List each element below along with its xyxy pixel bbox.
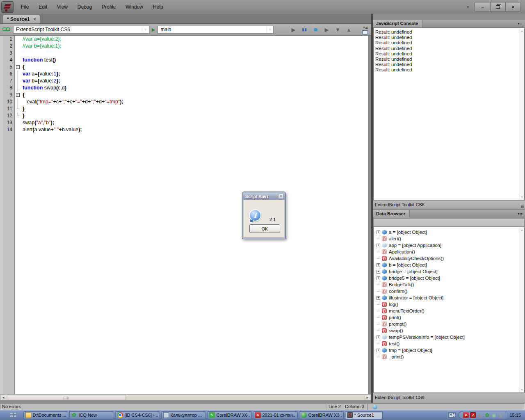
language-indicator[interactable]: EN: [447, 412, 456, 418]
data-browser-menu-icon[interactable]: ▾≡: [518, 210, 525, 218]
tree-row[interactable]: {}print(): [374, 314, 524, 321]
scroll-up-icon[interactable]: ▲: [520, 29, 524, 33]
tree-row[interactable]: +b = [object Object]: [374, 262, 524, 268]
fold-cell[interactable]: [15, 84, 21, 91]
code-line[interactable]: }: [23, 105, 368, 112]
scroll-up-icon[interactable]: ▲: [520, 228, 524, 232]
taskbar-item[interactable]: D:\Documents ...: [23, 411, 68, 419]
tab-javascript-console[interactable]: JavaScript Console: [373, 20, 422, 27]
expand-plus-icon[interactable]: +: [377, 276, 380, 280]
console-scrollbar[interactable]: ▲ ▼: [519, 28, 524, 200]
tree-row[interactable]: {}alert(): [374, 235, 524, 242]
sound-device-icon[interactable]: ◉: [498, 412, 504, 418]
code-line[interactable]: alert(a.value+" "+b.value);: [23, 126, 368, 133]
engine-dropdown[interactable]: main ˅: [158, 26, 274, 34]
fold-cell[interactable]: −: [15, 64, 21, 71]
code-line[interactable]: eval("tmp="+c+";"+c+"="+d+";"+d+"=tmp");: [23, 98, 368, 105]
minimize-button[interactable]: –: [475, 2, 490, 11]
tree-row[interactable]: +bridge = [object Object]: [374, 268, 524, 275]
menu-view[interactable]: View: [52, 0, 73, 14]
editor-panel-menu-icon[interactable]: ▾≡: [363, 25, 368, 30]
close-button[interactable]: ×: [505, 2, 520, 11]
expand-plus-icon[interactable]: +: [377, 244, 380, 247]
tree-row[interactable]: +a = [object Object]: [374, 229, 524, 235]
code-editor[interactable]: 1234567891011121314 −− //var a={value:2}…: [0, 36, 368, 394]
fold-collapse-icon[interactable]: −: [16, 65, 20, 69]
code-line[interactable]: function swap(c,d): [23, 84, 368, 91]
tree-row[interactable]: +tmp = [object Object]: [374, 347, 524, 354]
fold-cell[interactable]: −: [15, 91, 21, 98]
tree-row[interactable]: {}confirm(): [374, 288, 524, 294]
code-line[interactable]: //var b={value:1};: [23, 43, 368, 50]
restore-button[interactable]: [490, 2, 505, 11]
taskbar-item[interactable]: CorelDRAW X3 ...: [299, 411, 344, 419]
tree-row[interactable]: +tempPSVersionInfo = [object Object]: [374, 334, 524, 340]
fold-cell[interactable]: [15, 78, 21, 84]
menu-profile[interactable]: Profile: [97, 0, 121, 14]
code-line[interactable]: function test(): [23, 57, 368, 64]
console-output[interactable]: Result: undefinedResult: undefinedResult…: [373, 28, 525, 200]
code-line[interactable]: var a={value:1};: [23, 71, 368, 78]
fold-collapse-icon[interactable]: −: [16, 93, 20, 97]
tree-row[interactable]: {}test(): [374, 340, 524, 347]
editor-horizontal-scrollbar[interactable]: ◄ ►: [0, 394, 371, 400]
tab-close-icon[interactable]: ×: [33, 17, 36, 21]
code-line[interactable]: //var a={value:2};: [23, 36, 368, 43]
scroll-down-icon[interactable]: ▼: [520, 195, 524, 199]
menu-debug[interactable]: Debug: [73, 0, 97, 14]
scrollbar-thumb[interactable]: [7, 395, 126, 400]
tree-row[interactable]: +bridge5 = [object Object]: [374, 275, 524, 281]
fold-cell[interactable]: [15, 71, 21, 78]
code-line[interactable]: {: [23, 91, 368, 98]
punto-switcher-icon[interactable]: Z: [470, 412, 476, 418]
expand-plus-icon[interactable]: +: [377, 349, 380, 352]
data-browser-scrollbar[interactable]: ▲ ▼: [519, 227, 524, 393]
windows-logo-icon[interactable]: [10, 412, 17, 418]
taskbar-item[interactable]: Калькулятор ...: [161, 411, 206, 419]
scroll-right-icon[interactable]: ►: [365, 395, 370, 400]
network-icon[interactable]: ◉: [491, 412, 497, 418]
taskbar-item[interactable]: ✿ICQ New: [69, 411, 114, 419]
scroll-left-icon[interactable]: ◄: [0, 395, 6, 400]
target-app-dropdown[interactable]: ExtendScript Toolkit CS6 ˅: [13, 26, 149, 34]
resize-grip-icon[interactable]: [521, 205, 524, 208]
menu-edit[interactable]: Edit: [34, 0, 52, 14]
volume-icon[interactable]: ♪: [477, 412, 483, 418]
scroll-down-icon[interactable]: ▼: [520, 388, 524, 392]
code-fold-margin[interactable]: −−: [15, 36, 21, 394]
menu-help[interactable]: Help: [148, 0, 168, 14]
taskbar-item[interactable]: S* Source1: [345, 411, 383, 419]
tree-row[interactable]: {}menuTextOrder(): [374, 308, 524, 314]
workspace-caret-icon[interactable]: ▾: [467, 5, 469, 9]
pause-button-pause-icon[interactable]: ▮▮: [300, 25, 308, 34]
icq-flower-icon[interactable]: ✿: [484, 412, 490, 418]
taskbar-item[interactable]: [ID CS4-CS6] - ...: [115, 411, 160, 419]
dialog-title-bar[interactable]: Script Alert ×: [243, 193, 285, 200]
ok-button[interactable]: OK: [249, 224, 280, 233]
chevron-down-icon[interactable]: ˅: [142, 27, 149, 32]
tab-data-browser[interactable]: Data Browser: [373, 210, 410, 218]
dialog-close-icon[interactable]: ×: [278, 194, 284, 199]
code-line[interactable]: swap("a","b");: [23, 119, 368, 126]
menu-file[interactable]: File: [16, 0, 34, 14]
code-line[interactable]: var b={value:2};: [23, 78, 368, 84]
fold-cell[interactable]: [15, 105, 21, 112]
stop-button-stop-icon[interactable]: ■: [311, 25, 320, 34]
tree-row[interactable]: +illustrator = [object Object]: [374, 294, 524, 301]
expand-plus-icon[interactable]: +: [377, 263, 380, 267]
taskbar-clock[interactable]: 15:15: [509, 413, 521, 418]
step-over-button-step-over-icon[interactable]: ▶: [322, 25, 331, 34]
fold-cell[interactable]: [15, 98, 21, 105]
tree-row[interactable]: +app = [object Application]: [374, 242, 524, 249]
step-into-button-step-into-icon[interactable]: ▼: [333, 25, 342, 34]
expand-plus-icon[interactable]: +: [377, 231, 380, 234]
code-area[interactable]: //var a={value:2};//var b={value:1};func…: [21, 36, 368, 394]
menu-window[interactable]: Window: [121, 0, 148, 14]
step-out-button-step-out-icon[interactable]: ▲: [345, 25, 353, 34]
code-line[interactable]: [23, 50, 368, 57]
data-browser-filter-input[interactable]: [373, 218, 525, 227]
fold-cell[interactable]: [15, 112, 21, 119]
tree-row[interactable]: {}_print(): [374, 354, 524, 360]
tree-row[interactable]: {}log(): [374, 301, 524, 308]
code-line[interactable]: {: [23, 64, 368, 71]
